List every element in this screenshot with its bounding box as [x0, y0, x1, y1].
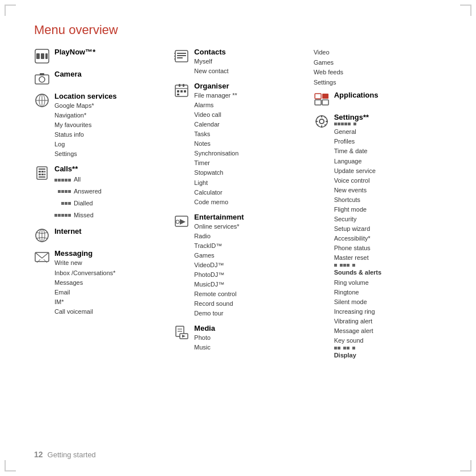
calls-all: All: [54, 174, 102, 186]
svg-rect-6: [40, 73, 44, 75]
list-item: Location services Google Maps* Navigatio…: [34, 92, 168, 159]
list-item: Messaging Write new Inbox /Conversations…: [34, 249, 168, 316]
svg-rect-15: [44, 171, 45, 172]
messaging-icon: [34, 250, 50, 266]
svg-rect-38: [180, 90, 183, 92]
svg-rect-49: [315, 94, 321, 99]
menu-grid: PlayNow™* Camera: [34, 48, 453, 366]
svg-rect-16: [39, 174, 41, 175]
svg-rect-1: [36, 53, 40, 59]
corner-mark-tl: [5, 5, 16, 16]
corner-mark-bl: [5, 460, 16, 471]
media-sub: Photo Music: [194, 333, 215, 352]
settings-general-sub: General Profiles Time & date Language Up…: [334, 127, 382, 263]
col1: PlayNow™* Camera: [34, 48, 174, 366]
svg-marker-42: [180, 219, 186, 225]
svg-rect-19: [39, 176, 45, 178]
organiser-title: Organiser: [194, 82, 238, 90]
messaging-sub: Write new Inbox /Conversations* Messages…: [54, 258, 116, 316]
settings-display-title: Display: [334, 351, 382, 360]
list-item: Settings** General Profiles Time & date …: [314, 113, 448, 360]
svg-line-25: [44, 259, 47, 263]
page-number: 12: [34, 450, 43, 459]
settings-title: Settings**: [334, 113, 382, 121]
svg-rect-12: [39, 169, 45, 170]
svg-rect-34: [179, 84, 180, 87]
svg-rect-17: [41, 174, 44, 175]
list-item: Calls** All Answered Dialled: [34, 165, 168, 221]
entertainment-icon: [174, 213, 189, 229]
col3-top-items: Video Games Web feeds Settings: [314, 48, 448, 87]
media-icon: [174, 325, 189, 340]
svg-point-43: [176, 220, 179, 224]
settings-sounds-sub: Ring volume Ringtone Silent mode Increas…: [334, 278, 382, 346]
list-item: PlayNow™*: [34, 48, 168, 64]
contacts-icon: [174, 48, 189, 64]
col2: Contacts Myself New contact: [174, 48, 313, 366]
svg-rect-39: [184, 90, 186, 92]
svg-rect-51: [315, 100, 321, 105]
svg-rect-2: [41, 53, 44, 59]
applications-icon: [314, 91, 330, 107]
calls-dialled: Dialled: [54, 198, 102, 209]
svg-point-5: [39, 77, 45, 82]
organiser-sub: File manager ** Alarms Video call Calend…: [194, 91, 238, 207]
applications-title: Applications: [334, 91, 378, 99]
contacts-title: Contacts: [194, 48, 229, 56]
list-item: Camera: [34, 70, 168, 86]
list-item: Media Photo Music: [174, 324, 307, 352]
svg-rect-29: [177, 57, 183, 58]
camera-title: Camera: [54, 70, 82, 78]
settings-icon: [314, 113, 330, 129]
internet-title: Internet: [54, 227, 82, 235]
corner-mark-tr: [460, 5, 471, 16]
internet-icon: [34, 228, 50, 243]
svg-rect-37: [177, 90, 179, 92]
corner-mark-br: [460, 460, 471, 471]
contacts-sub: Myself New contact: [194, 57, 229, 76]
svg-rect-18: [44, 174, 45, 175]
entertainment-sub: Online services* Radio TrackID™ Games Vi…: [194, 222, 243, 318]
page-content: Menu overview PlayNow™*: [34, 23, 453, 453]
footer-label: Getting started: [48, 450, 96, 459]
footer: 12 Getting started: [34, 450, 96, 459]
col3: Video Games Web feeds Settings Applicati…: [314, 48, 453, 366]
svg-rect-56: [321, 125, 322, 128]
messaging-title: Messaging: [54, 249, 116, 258]
svg-rect-40: [177, 94, 179, 95]
svg-line-24: [37, 259, 40, 263]
entertainment-title: Entertainment: [194, 213, 243, 221]
location-icon: [34, 92, 50, 108]
calls-icon: [34, 165, 50, 181]
svg-rect-35: [183, 84, 184, 87]
settings-sounds-title: Sounds & alerts: [334, 268, 382, 277]
playnow-icon: [34, 48, 50, 64]
list-item: Contacts Myself New contact: [174, 48, 307, 76]
camera-icon: [34, 70, 50, 86]
svg-rect-27: [177, 53, 186, 54]
svg-rect-28: [177, 55, 186, 56]
calls-title: Calls**: [54, 165, 102, 173]
svg-point-53: [319, 119, 324, 124]
svg-rect-57: [315, 121, 318, 122]
svg-rect-3: [45, 53, 48, 59]
location-sub: Google Maps* Navigation* My favourites S…: [54, 101, 117, 159]
list-item: Organiser File manager ** Alarms Video c…: [174, 82, 307, 207]
playnow-title: PlayNow™*: [54, 48, 95, 56]
calls-answered: Answered: [54, 186, 102, 197]
list-item: Internet: [34, 227, 168, 243]
svg-rect-52: [322, 100, 328, 105]
organiser-icon: [174, 82, 189, 98]
svg-rect-14: [41, 171, 44, 172]
svg-rect-55: [321, 115, 322, 117]
calls-missed: Missed: [54, 210, 102, 221]
svg-rect-58: [326, 121, 328, 122]
media-title: Media: [194, 324, 215, 332]
location-title: Location services: [54, 92, 117, 100]
page-title: Menu overview: [34, 23, 453, 37]
svg-rect-50: [322, 94, 328, 99]
list-item: Applications: [314, 91, 448, 107]
list-item: Entertainment Online services* Radio Tra…: [174, 213, 307, 318]
svg-rect-13: [39, 171, 41, 172]
